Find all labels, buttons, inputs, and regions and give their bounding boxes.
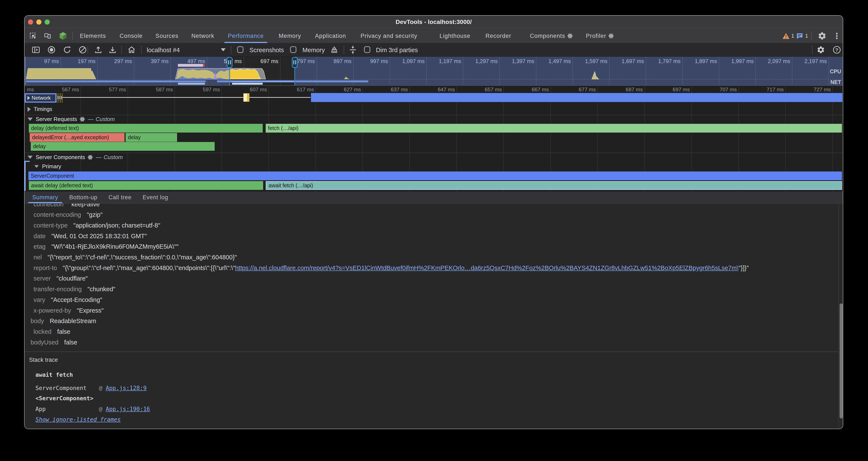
selected-track-indicator: [25, 161, 26, 191]
screenshots-checkbox[interactable]: [237, 46, 244, 53]
svg-text:1,097 ms: 1,097 ms: [402, 58, 425, 64]
tab-label: Console: [120, 33, 143, 39]
tab-elements[interactable]: Elements: [74, 29, 112, 43]
summary-key: body: [31, 318, 44, 324]
details-tab-event-log[interactable]: Event log: [137, 192, 174, 203]
reload-record-icon[interactable]: [63, 46, 71, 54]
svg-text:597 ms: 597 ms: [224, 58, 242, 64]
stack-frame-source-link[interactable]: App.js:190:16: [106, 406, 150, 412]
summary-value: "Wed, 01 Oct 2025 18:32:01 GMT": [51, 233, 147, 239]
history-dropdown-caret[interactable]: [221, 48, 225, 51]
details-scrollbar-thumb[interactable]: [840, 304, 843, 419]
flame-event-fetch-api-[interactable]: fetch (…/api): [266, 124, 842, 133]
memory-checkbox[interactable]: [290, 46, 297, 53]
network-expand-icon[interactable]: [28, 96, 30, 100]
more-options-icon[interactable]: [834, 32, 840, 40]
network-track-label[interactable]: Network: [25, 93, 56, 103]
svg-text:CPU: CPU: [830, 68, 841, 75]
tab-recorder[interactable]: Recorder: [480, 29, 517, 43]
flame-ruler-label: 677 ms: [579, 87, 597, 93]
show-ignore-listed-frames-link[interactable]: Show ignore-listed frames: [35, 416, 121, 423]
flame-ruler-label: 597 ms: [203, 87, 222, 93]
network-request-block[interactable]: [243, 93, 249, 102]
collapse-tracks-icon[interactable]: [348, 46, 357, 54]
record-icon[interactable]: [47, 46, 56, 54]
flame-event-delayederror-ayed-exception-[interactable]: delayedError (…ayed exception): [30, 133, 125, 142]
summary-value: "chunked": [88, 286, 115, 292]
dim-3rd-parties-label: Dim 3rd parties: [376, 47, 418, 54]
history-selector[interactable]: localhost #4: [147, 47, 180, 54]
flame-ruler-label: 697 ms: [673, 87, 691, 93]
panel-tabs: ElementsConsoleSourcesNetworkPerformance…: [25, 29, 843, 43]
help-icon[interactable]: ?: [833, 46, 841, 54]
server-components-track-header[interactable]: Server Components—Custom: [28, 154, 123, 161]
primary-collapse-icon[interactable]: [34, 165, 39, 168]
clear-icon[interactable]: [79, 46, 87, 54]
server-requests-track-header[interactable]: Server Requests—Custom: [28, 116, 115, 122]
tab-network[interactable]: Network: [186, 29, 220, 43]
timings-track-label[interactable]: Timings: [28, 106, 52, 112]
flame-ruler-label: 707 ms: [719, 87, 738, 93]
dim-3rd-parties-checkbox[interactable]: [364, 46, 370, 53]
garbage-collect-icon[interactable]: [330, 46, 339, 54]
details-tab-summary[interactable]: Summary: [27, 192, 64, 203]
track-separator: [25, 115, 843, 115]
download-profile-icon[interactable]: [108, 46, 117, 54]
tab-sources[interactable]: Sources: [150, 29, 184, 43]
tab-lighthouse[interactable]: Lighthouse: [434, 29, 476, 43]
home-icon[interactable]: [127, 46, 136, 54]
tab-performance[interactable]: Performance: [222, 29, 270, 43]
summary-key: nel: [34, 254, 42, 261]
network-track-grip-icon[interactable]: [58, 96, 62, 99]
stack-frame-bold: await fetch: [35, 371, 73, 378]
summary-value-link[interactable]: https://a.nel.cloudflare.com/report/v4?s…: [235, 264, 739, 271]
message-count: 1: [805, 33, 808, 39]
svg-text:797 ms: 797 ms: [297, 58, 315, 64]
summary-key: content-encoding: [34, 211, 81, 218]
timings-expand-icon[interactable]: [28, 107, 31, 112]
tab-memory[interactable]: Memory: [273, 29, 307, 43]
stack-frame-at: @: [99, 406, 106, 412]
details-separator: [25, 351, 838, 352]
window-title: DevTools - localhost:3000/: [25, 19, 843, 25]
flame-event-await-delay-deferred-text-[interactable]: await delay (deferred text): [29, 181, 263, 190]
tab-console[interactable]: Console: [114, 29, 148, 43]
tab-application[interactable]: Application: [309, 29, 352, 43]
timeline-overview[interactable]: 97 ms197 ms297 ms397 ms497 ms597 ms697 m…: [25, 57, 843, 85]
network-request-bar[interactable]: [311, 93, 842, 102]
tab-label: Network: [191, 33, 214, 39]
settings-gear-icon[interactable]: [817, 31, 827, 40]
perf-settings-gear-icon[interactable]: [816, 46, 825, 54]
flame-event-delay[interactable]: delay: [126, 133, 177, 142]
primary-subtrack-header[interactable]: Primary: [34, 163, 61, 170]
flame-event-delay-deferred-text-[interactable]: delay (deferred text): [29, 124, 263, 133]
server-components-track-header-collapse-icon[interactable]: [28, 156, 33, 159]
upload-profile-icon[interactable]: [94, 46, 102, 54]
svg-text:1,197 ms: 1,197 ms: [439, 58, 461, 64]
tab-components[interactable]: Components: [524, 29, 579, 43]
issues-message-icon[interactable]: [796, 33, 803, 39]
summary-row-connection: connection"keep-alive": [34, 204, 102, 208]
warning-icon[interactable]: [782, 33, 789, 39]
details-tab-call-tree[interactable]: Call tree: [103, 192, 137, 203]
tab-label: Components: [530, 33, 565, 39]
svg-text:1,297 ms: 1,297 ms: [475, 58, 498, 64]
summary-key: locked: [34, 328, 52, 335]
svg-text:1,797 ms: 1,797 ms: [658, 58, 680, 64]
details-tab-bottom-up[interactable]: Bottom-up: [64, 192, 103, 203]
flame-event-servercomponent[interactable]: ServerComponent: [28, 172, 842, 180]
tab-label: Privacy and security: [361, 33, 417, 39]
svg-text:1,997 ms: 1,997 ms: [731, 58, 754, 64]
window-titlebar: DevTools - localhost:3000/: [25, 16, 843, 28]
toggle-sidebar-icon[interactable]: [32, 46, 40, 54]
tab-privacy-and-security[interactable]: Privacy and security: [355, 29, 423, 43]
network-request-whisker: [58, 97, 310, 98]
server-requests-track-header-collapse-icon[interactable]: [28, 118, 33, 121]
flame-event-delay[interactable]: delay: [31, 142, 215, 151]
react-atom-icon: [608, 33, 614, 39]
flame-event-await-fetch-api-[interactable]: await fetch (…/api): [266, 181, 842, 190]
stack-frame-source-link[interactable]: App.js:128:9: [106, 385, 147, 391]
svg-text:1,697 ms: 1,697 ms: [622, 58, 644, 64]
summary-value: false: [57, 328, 70, 335]
tab-profiler[interactable]: Profiler: [580, 29, 620, 43]
